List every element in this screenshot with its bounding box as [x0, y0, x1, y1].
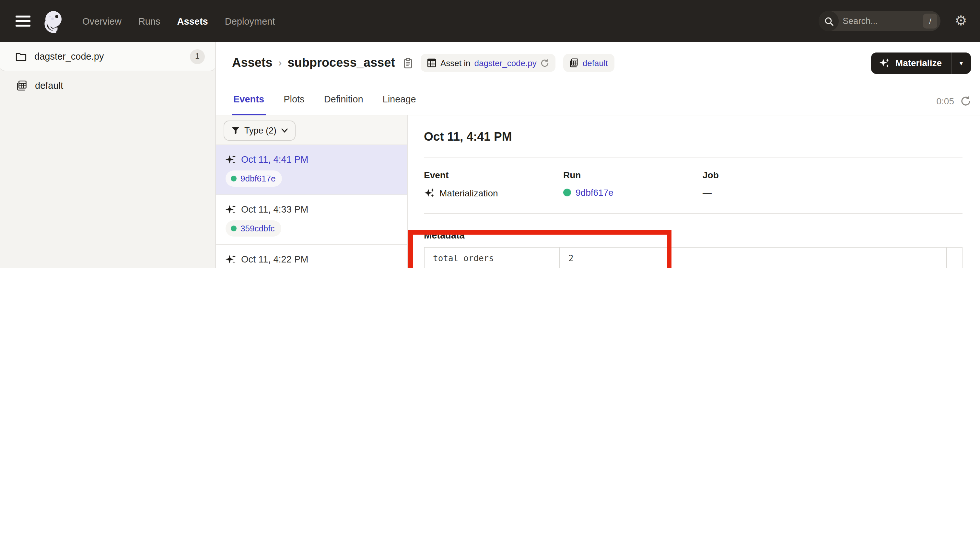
- run-status-dot: [231, 176, 237, 181]
- search-shortcut-badge: /: [923, 14, 937, 29]
- event-type-value: Materialization: [439, 188, 498, 198]
- asset-location-link[interactable]: dagster_code.py: [474, 58, 536, 68]
- search-icon: [819, 11, 839, 31]
- asset-group-icon: [570, 58, 579, 67]
- job-column-label: Job: [703, 170, 963, 180]
- run-status-dot: [231, 226, 237, 231]
- event-timestamp-link[interactable]: Oct 11, 4:22 PM: [241, 254, 308, 264]
- materialize-sparkle-icon: [879, 57, 890, 68]
- asset-group-link[interactable]: default: [583, 58, 608, 68]
- materialize-button[interactable]: Materialize ▾: [872, 52, 971, 73]
- asset-count-badge: 1: [190, 49, 205, 64]
- asset-group-icon: [17, 80, 27, 91]
- type-filter-button[interactable]: Type (2): [224, 121, 295, 141]
- breadcrumb-separator: ›: [278, 57, 282, 69]
- materialization-sparkle-icon: [225, 154, 237, 165]
- code-location-name: dagster_code.py: [34, 51, 104, 62]
- breadcrumb-assets[interactable]: Assets: [232, 56, 272, 70]
- materialization-sparkle-icon: [225, 204, 237, 215]
- reload-icon[interactable]: [541, 59, 549, 67]
- event-info-grid: Event Materialization Run: [424, 170, 963, 198]
- materialization-sparkle-icon: [424, 187, 435, 198]
- dagster-logo-icon: [40, 8, 66, 34]
- asset-location-tag[interactable]: Asset in dagster_code.py: [421, 54, 555, 72]
- asset-location-prefix: Asset in: [441, 58, 471, 68]
- search-box[interactable]: /: [819, 11, 940, 31]
- metadata-value: 2: [560, 247, 947, 268]
- sidebar-item-code-location[interactable]: dagster_code.py 1: [0, 42, 215, 71]
- run-id-link[interactable]: 9dbf617e: [240, 174, 275, 183]
- events-filter-bar: Type (2): [216, 115, 407, 145]
- dagster-logo[interactable]: [40, 8, 67, 35]
- metadata-table: total_orders 2 path /Users/yuhan/dev/loc…: [424, 247, 963, 268]
- refresh-icon[interactable]: [961, 96, 971, 106]
- type-filter-label: Type (2): [244, 126, 277, 135]
- tab-plots[interactable]: Plots: [282, 94, 306, 115]
- materialize-dropdown-caret[interactable]: ▾: [951, 52, 971, 73]
- materialize-label: Materialize: [896, 58, 942, 68]
- run-id-pill[interactable]: 359cdbfc: [226, 220, 281, 237]
- primary-nav: Overview Runs Assets Deployment: [82, 16, 275, 26]
- nav-item-deployment[interactable]: Deployment: [225, 16, 275, 26]
- event-list-item[interactable]: Oct 11, 4:33 PM 359cdbfc: [216, 195, 407, 245]
- run-id-pill[interactable]: 9dbf617e: [226, 170, 282, 187]
- asset-tabs: Events Plots Definition Lineage 0:05: [216, 81, 980, 115]
- event-list-item[interactable]: Oct 11, 4:22 PM 637aed75: [216, 245, 407, 268]
- nav-item-assets[interactable]: Assets: [177, 16, 208, 26]
- job-value: —: [703, 187, 712, 198]
- metadata-heading: Metadata: [424, 230, 963, 240]
- event-detail-title: Oct 11, 4:41 PM: [424, 130, 963, 144]
- search-input[interactable]: [839, 16, 923, 26]
- table-grid-icon: [428, 58, 436, 67]
- event-timestamp-link[interactable]: Oct 11, 4:33 PM: [241, 204, 308, 215]
- tab-lineage[interactable]: Lineage: [382, 94, 417, 115]
- app-window: Overview Runs Assets Deployment / ⚙ dags…: [0, 0, 980, 268]
- nav-item-overview[interactable]: Overview: [82, 16, 121, 26]
- sidebar-item-group-default[interactable]: default: [0, 71, 215, 100]
- metadata-row: total_orders 2: [424, 247, 962, 268]
- hamburger-menu-icon[interactable]: [16, 16, 30, 27]
- materialization-sparkle-icon: [225, 253, 237, 265]
- run-column-label: Run: [563, 170, 703, 180]
- main-content: Assets › subprocess_asset Asset in dagst…: [216, 42, 980, 268]
- tab-events[interactable]: Events: [232, 94, 266, 115]
- asset-group-tag[interactable]: default: [563, 54, 614, 72]
- event-detail-pane: Oct 11, 4:41 PM Event Materialization: [408, 115, 980, 268]
- event-column-label: Event: [424, 170, 563, 180]
- events-list-pane: Type (2) Oct 11, 4:41 PM: [216, 115, 408, 268]
- run-status-dot: [563, 189, 571, 196]
- page-title: subprocess_asset: [288, 56, 395, 70]
- asset-sidebar: dagster_code.py 1 default dagster_code.p…: [0, 42, 216, 268]
- chevron-down-icon: [281, 128, 288, 133]
- group-name: default: [35, 80, 63, 91]
- asset-header: Assets › subprocess_asset Asset in dagst…: [216, 42, 980, 81]
- settings-gear-icon[interactable]: ⚙: [955, 14, 967, 28]
- copy-asset-name-icon[interactable]: [404, 57, 413, 68]
- event-list-item[interactable]: Oct 11, 4:41 PM 9dbf617e: [216, 145, 407, 195]
- run-id-link[interactable]: 359cdbfc: [240, 224, 275, 233]
- filter-funnel-icon: [231, 126, 240, 135]
- nav-item-runs[interactable]: Runs: [138, 16, 161, 26]
- event-timestamp-link[interactable]: Oct 11, 4:41 PM: [241, 154, 308, 165]
- tab-definition[interactable]: Definition: [323, 94, 364, 115]
- refresh-countdown: 0:05: [937, 96, 955, 106]
- folder-icon: [16, 51, 27, 61]
- metadata-key: total_orders: [424, 247, 560, 268]
- breadcrumb: Assets › subprocess_asset: [232, 56, 413, 70]
- run-id-link[interactable]: 9dbf617e: [576, 187, 614, 198]
- top-nav: Overview Runs Assets Deployment / ⚙: [0, 0, 980, 42]
